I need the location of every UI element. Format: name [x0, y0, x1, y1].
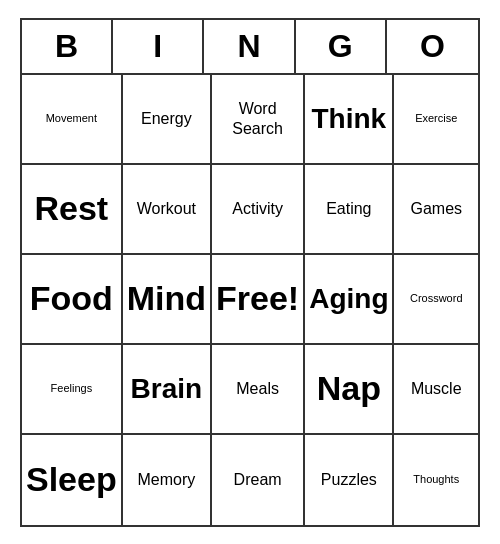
- header-letter-n: N: [204, 20, 295, 73]
- bingo-grid: MovementEnergyWord SearchThinkExerciseRe…: [22, 75, 478, 525]
- bingo-card: BINGO MovementEnergyWord SearchThinkExer…: [20, 18, 480, 527]
- bingo-cell-17: Meals: [212, 345, 305, 435]
- header-letter-o: O: [387, 20, 478, 73]
- bingo-cell-1: Energy: [123, 75, 212, 165]
- bingo-cell-9: Games: [394, 165, 478, 255]
- bingo-cell-7: Activity: [212, 165, 305, 255]
- bingo-cell-2: Word Search: [212, 75, 305, 165]
- bingo-cell-11: Mind: [123, 255, 212, 345]
- bingo-cell-20: Sleep: [22, 435, 123, 525]
- header-letter-b: B: [22, 20, 113, 73]
- bingo-cell-8: Eating: [305, 165, 394, 255]
- header-letter-g: G: [296, 20, 387, 73]
- bingo-cell-4: Exercise: [394, 75, 478, 165]
- bingo-cell-14: Crossword: [394, 255, 478, 345]
- bingo-cell-21: Memory: [123, 435, 212, 525]
- bingo-cell-3: Think: [305, 75, 394, 165]
- bingo-cell-19: Muscle: [394, 345, 478, 435]
- bingo-cell-13: Aging: [305, 255, 394, 345]
- bingo-cell-18: Nap: [305, 345, 394, 435]
- bingo-cell-10: Food: [22, 255, 123, 345]
- bingo-cell-5: Rest: [22, 165, 123, 255]
- bingo-cell-12: Free!: [212, 255, 305, 345]
- bingo-header: BINGO: [22, 20, 478, 75]
- bingo-cell-23: Puzzles: [305, 435, 394, 525]
- header-letter-i: I: [113, 20, 204, 73]
- bingo-cell-15: Feelings: [22, 345, 123, 435]
- bingo-cell-0: Movement: [22, 75, 123, 165]
- bingo-cell-16: Brain: [123, 345, 212, 435]
- bingo-cell-24: Thoughts: [394, 435, 478, 525]
- bingo-cell-6: Workout: [123, 165, 212, 255]
- bingo-cell-22: Dream: [212, 435, 305, 525]
